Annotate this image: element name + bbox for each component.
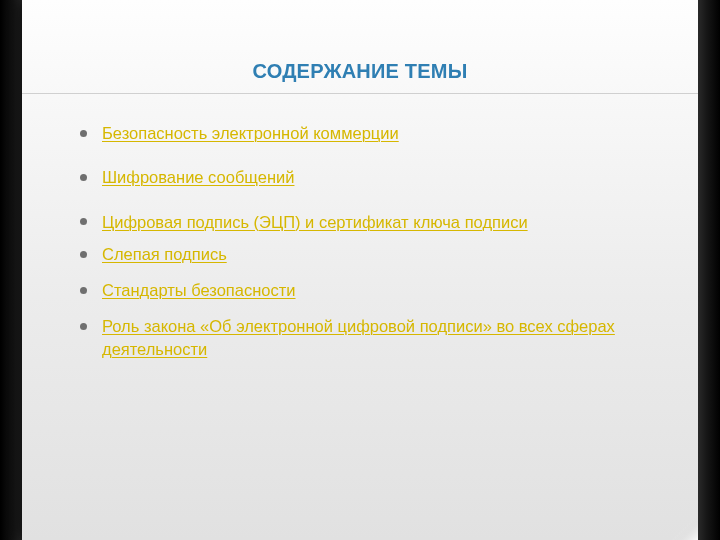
- toc-link-4[interactable]: Слепая подпись: [102, 245, 227, 263]
- page-curl-icon: [672, 514, 698, 540]
- toc-link-2[interactable]: Шифрование сообщений: [102, 168, 294, 186]
- slide-title: СОДЕРЖАНИЕ ТЕМЫ: [253, 60, 468, 83]
- toc-link-1[interactable]: Безопасность электронной коммерции: [102, 124, 399, 142]
- slide: СОДЕРЖАНИЕ ТЕМЫ Безопасность электронной…: [22, 0, 698, 540]
- toc-item: Роль закона «Об электронной цифровой под…: [80, 315, 628, 360]
- toc-link-5[interactable]: Стандарты безопасности: [102, 281, 296, 299]
- toc-item: Безопасность электронной коммерции: [80, 122, 628, 144]
- content-area: Безопасность электронной коммерции Шифро…: [22, 94, 698, 360]
- title-block: СОДЕРЖАНИЕ ТЕМЫ: [22, 0, 698, 94]
- toc-list: Безопасность электронной коммерции Шифро…: [80, 122, 628, 360]
- toc-item: Слепая подпись: [80, 243, 628, 265]
- toc-item: Шифрование сообщений: [80, 166, 628, 188]
- toc-link-6[interactable]: Роль закона «Об электронной цифровой под…: [102, 317, 615, 357]
- toc-item: Цифровая подпись (ЭЦП) и сертификат ключ…: [80, 211, 628, 233]
- slide-stage: СОДЕРЖАНИЕ ТЕМЫ Безопасность электронной…: [0, 0, 720, 540]
- toc-item: Стандарты безопасности: [80, 279, 628, 301]
- toc-link-3[interactable]: Цифровая подпись (ЭЦП) и сертификат ключ…: [102, 213, 528, 231]
